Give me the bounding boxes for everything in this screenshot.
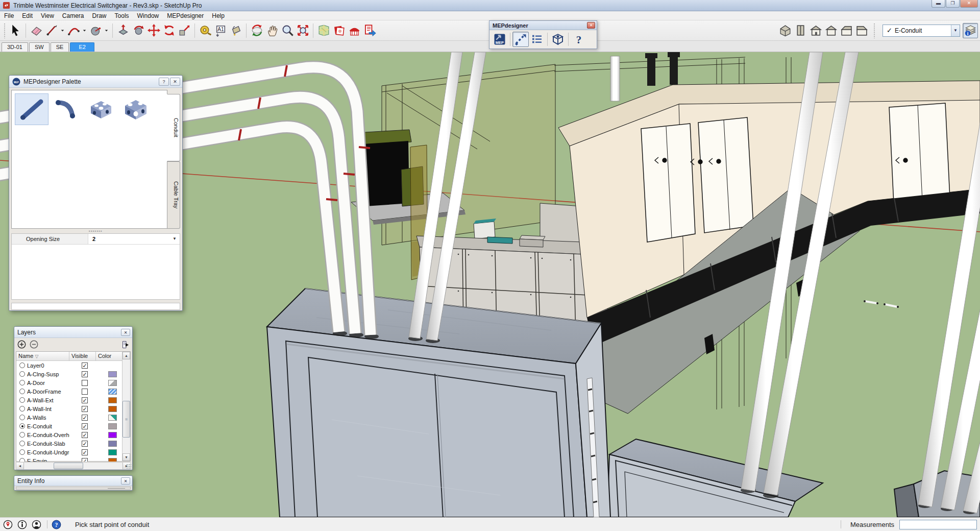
layer-visible-checkbox[interactable]: ✓ bbox=[82, 415, 88, 421]
mep-home-button[interactable]: MEP bbox=[492, 32, 508, 47]
layer-color-swatch[interactable] bbox=[108, 415, 117, 421]
layer-visible-checkbox[interactable]: ✓ bbox=[82, 397, 88, 403]
menu-draw[interactable]: Draw bbox=[88, 11, 111, 20]
line-tool-button[interactable] bbox=[44, 23, 59, 38]
menu-window[interactable]: Window bbox=[133, 11, 163, 20]
circle-tool-button[interactable] bbox=[88, 23, 103, 38]
scene-tab-3d-01[interactable]: 3D-01 bbox=[2, 42, 28, 52]
minimize-button[interactable]: ▬ bbox=[932, 0, 945, 8]
layer-active-radio[interactable] bbox=[19, 441, 25, 446]
maximize-button[interactable]: ❐ bbox=[946, 0, 960, 8]
scroll-down-icon[interactable]: ▼ bbox=[122, 453, 130, 461]
scrollbar-thumb[interactable] bbox=[122, 401, 130, 438]
toolbar-grip[interactable] bbox=[873, 23, 876, 38]
paint-bucket-tool-button[interactable] bbox=[228, 23, 243, 38]
layer-row-a-door[interactable]: A-Door bbox=[16, 378, 130, 387]
layer-active-radio[interactable] bbox=[19, 371, 25, 377]
layer-color-swatch[interactable] bbox=[108, 363, 117, 369]
layer-active-radio[interactable] bbox=[19, 380, 25, 385]
layer-visible-checkbox[interactable]: ✓ bbox=[82, 432, 88, 438]
3d-warehouse-tool-button[interactable] bbox=[347, 23, 362, 38]
layer-active-radio[interactable] bbox=[19, 397, 25, 403]
layer-color-swatch[interactable] bbox=[108, 380, 117, 386]
orbit-tool-button[interactable] bbox=[249, 23, 264, 38]
move-tool-button[interactable] bbox=[146, 23, 161, 38]
layer-visible-checkbox[interactable]: ✓ bbox=[82, 441, 88, 447]
elbow-conduit-tool[interactable] bbox=[50, 93, 83, 125]
layer-color-swatch[interactable] bbox=[108, 441, 117, 447]
close-icon[interactable]: ✕ bbox=[587, 22, 595, 29]
dimension-text-tool-button[interactable]: A1 bbox=[213, 23, 228, 38]
layer-active-radio[interactable] bbox=[19, 432, 25, 438]
menu-mepdesigner[interactable]: MEPdesigner bbox=[163, 11, 208, 20]
mepdesigner-toolbar-titlebar[interactable]: MEPdesigner ✕ bbox=[489, 21, 597, 30]
back-view-button[interactable] bbox=[823, 23, 839, 38]
select-tool-button[interactable] bbox=[8, 23, 23, 38]
add-layer-button[interactable] bbox=[17, 340, 27, 349]
zoom-extents-tool-button[interactable] bbox=[295, 23, 310, 38]
zoom-tool-button[interactable] bbox=[280, 23, 295, 38]
layer-visible-checkbox[interactable]: ✓ bbox=[82, 363, 88, 369]
layer-row-a-walls[interactable]: A-Walls✓ bbox=[16, 413, 130, 422]
top-view-button[interactable] bbox=[793, 23, 808, 38]
mep-fittings-button[interactable] bbox=[550, 32, 566, 47]
layer-row-e-conduit-slab[interactable]: E-Conduit-Slab✓ bbox=[16, 439, 130, 448]
layer-visible-checkbox[interactable]: ✓ bbox=[82, 406, 88, 412]
follow-me-tool-button[interactable] bbox=[131, 23, 146, 38]
circle-dropdown-icon[interactable] bbox=[103, 23, 110, 38]
scene-tab-sw[interactable]: SW bbox=[29, 42, 50, 52]
scroll-up-icon[interactable]: ▲ bbox=[122, 352, 130, 359]
share-model-tool-button[interactable] bbox=[362, 23, 377, 38]
layer-color-swatch[interactable] bbox=[108, 397, 117, 403]
right-view-button[interactable] bbox=[854, 23, 869, 38]
layer-active-radio[interactable] bbox=[19, 415, 25, 420]
layer-row-a-clng-susp[interactable]: A-Clng-Susp✓ bbox=[16, 370, 130, 378]
scene-tab-se[interactable]: SE bbox=[51, 42, 69, 52]
geolocation-icon[interactable] bbox=[3, 520, 13, 529]
layer-row-e-conduit-undgroun[interactable]: E-Conduit-Undgroun✓ bbox=[16, 448, 130, 456]
layer-active-radio[interactable] bbox=[19, 449, 25, 455]
measurements-input[interactable] bbox=[899, 520, 977, 529]
layer-color-swatch[interactable] bbox=[108, 458, 117, 462]
layer-visible-checkbox[interactable]: ✓ bbox=[82, 371, 88, 377]
claim-credit-icon[interactable] bbox=[17, 520, 27, 529]
layer-visible-checkbox[interactable]: ✓ bbox=[82, 423, 88, 429]
remove-layer-button[interactable] bbox=[30, 340, 39, 349]
palette-close-icon[interactable]: ✕ bbox=[170, 78, 180, 86]
layer-row-e-conduit-overhead[interactable]: E-Conduit-Overhead✓ bbox=[16, 430, 130, 439]
tab-conduit[interactable]: Conduit bbox=[167, 94, 180, 161]
layer-manager-button[interactable]: i bbox=[963, 23, 978, 38]
layers-close-icon[interactable]: ✕ bbox=[121, 329, 130, 336]
scrollbar-thumb[interactable] bbox=[54, 463, 83, 469]
iso-view-button[interactable] bbox=[777, 23, 793, 38]
toolbar-grip[interactable] bbox=[4, 23, 6, 38]
pull-box-tool[interactable] bbox=[119, 93, 153, 125]
column-header-name[interactable]: Name ▽ bbox=[16, 352, 69, 360]
layer-active-radio[interactable] bbox=[19, 363, 25, 368]
resize-grip[interactable] bbox=[126, 464, 131, 469]
layer-color-swatch[interactable] bbox=[108, 423, 117, 429]
layer-active-radio[interactable] bbox=[19, 458, 25, 462]
scale-tool-button[interactable] bbox=[177, 23, 192, 38]
column-header-visible[interactable]: Visible bbox=[69, 352, 96, 360]
layer-row-a-wall-ext[interactable]: A-Wall-Ext✓ bbox=[16, 396, 130, 404]
photo-textures-tool-button[interactable] bbox=[331, 23, 347, 38]
scroll-left-icon[interactable]: ◄ bbox=[16, 463, 24, 469]
layer-visible-checkbox[interactable] bbox=[82, 389, 88, 395]
layers-horizontal-scrollbar[interactable]: ◄ ► bbox=[16, 462, 131, 470]
layers-titlebar[interactable]: Layers ✕ bbox=[14, 327, 132, 338]
draw-conduit-button[interactable] bbox=[512, 32, 529, 47]
menu-edit[interactable]: Edit bbox=[18, 11, 37, 20]
menu-camera[interactable]: Camera bbox=[58, 11, 88, 20]
front-view-button[interactable] bbox=[808, 23, 823, 38]
menu-tools[interactable]: Tools bbox=[111, 11, 133, 20]
push-pull-tool-button[interactable] bbox=[115, 23, 131, 38]
eraser-tool-button[interactable] bbox=[29, 23, 44, 38]
entity-info-close-icon[interactable]: ✕ bbox=[121, 477, 130, 485]
layer-color-swatch[interactable] bbox=[108, 449, 117, 455]
arc-tool-button[interactable] bbox=[66, 23, 81, 38]
layer-active-radio[interactable] bbox=[19, 406, 25, 412]
active-layer-dropdown[interactable]: ✓ E-Conduit ▼ bbox=[883, 25, 960, 37]
rotate-tool-button[interactable] bbox=[161, 23, 177, 38]
menu-file[interactable]: File bbox=[0, 11, 18, 20]
